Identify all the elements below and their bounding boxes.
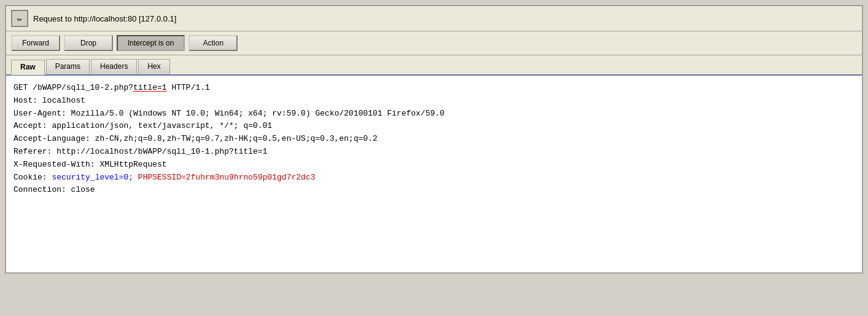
drop-button[interactable]: Drop: [64, 35, 113, 51]
title-text: Request to http://localhost:80 [127.0.0.…: [33, 14, 176, 23]
request-line-3: User-Agent: Mozilla/5.0 (Windows NT 10.0…: [14, 108, 854, 120]
action-button[interactable]: Action: [188, 35, 238, 51]
cookie-value: PHPSESSID=2fuhrm3nu9hrno59p01gd7r2dc3: [138, 173, 316, 182]
tab-headers[interactable]: Headers: [91, 59, 137, 74]
intercept-button[interactable]: Intercept is on: [117, 35, 185, 51]
request-line-4: Accept: application/json, text/javascrip…: [14, 120, 854, 133]
request-line-1: GET /bWAPP/sqli_10-2.php?title=1 HTTP/1.…: [14, 82, 854, 95]
tabs-bar: Raw Params Headers Hex: [6, 55, 862, 76]
request-line-7: X-Requested-With: XMLHttpRequest: [14, 159, 854, 172]
cookie-label: security_level=0;: [52, 173, 138, 182]
edit-icon: ✏: [11, 10, 28, 27]
forward-button[interactable]: Forward: [11, 35, 60, 51]
request-line-6: Referer: http://localhost/bWAPP/sqli_10-…: [14, 146, 854, 159]
request-line-cookie: Cookie: security_level=0; PHPSESSID=2fuh…: [14, 172, 854, 184]
request-line-2: Host: localhost: [14, 95, 854, 108]
tab-params[interactable]: Params: [46, 59, 90, 74]
request-content: GET /bWAPP/sqli_10-2.php?title=1 HTTP/1.…: [6, 76, 862, 272]
request-line-9: Connection: close: [14, 184, 854, 197]
tab-raw[interactable]: Raw: [11, 60, 45, 75]
title-bar: ✏ Request to http://localhost:80 [127.0.…: [6, 6, 862, 31]
tab-hex[interactable]: Hex: [138, 59, 169, 74]
request-line-5: Accept-Language: zh-CN,zh;q=0.8,zh-TW;q=…: [14, 133, 854, 146]
toolbar: Forward Drop Intercept is on Action: [6, 31, 862, 55]
highlighted-param: title=1: [133, 83, 167, 92]
burp-window: ✏ Request to http://localhost:80 [127.0.…: [5, 5, 863, 274]
